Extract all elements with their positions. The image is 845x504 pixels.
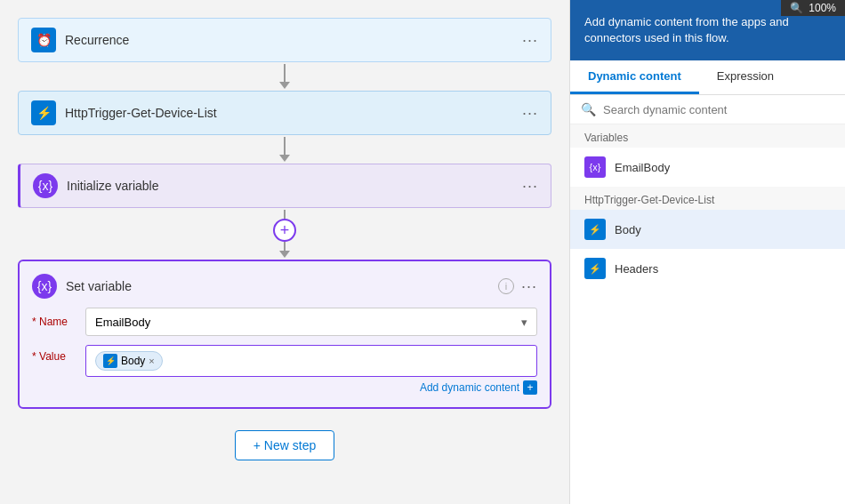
- set-variable-step: {x} Set variable i ··· Name EmailBody ▾ …: [18, 260, 551, 409]
- add-between-steps[interactable]: +: [273, 219, 296, 242]
- add-dynamic-content[interactable]: Add dynamic content +: [420, 380, 537, 395]
- name-dropdown-arrow: ▾: [521, 316, 527, 329]
- recurrence-step[interactable]: ⏰ Recurrence ···: [18, 18, 551, 62]
- panel-header-text: Add dynamic content from the apps and co…: [584, 15, 789, 44]
- body-tag-label: Body: [121, 355, 145, 367]
- name-input[interactable]: EmailBody ▾: [85, 308, 537, 336]
- set-variable-title: Set variable: [66, 279, 498, 293]
- initialize-title: Initialize variable: [67, 179, 522, 193]
- headers-item-icon: ⚡: [584, 258, 606, 279]
- value-input[interactable]: ⚡ Body ×: [85, 345, 537, 377]
- recurrence-title: Recurrence: [65, 33, 522, 47]
- search-container: 🔍: [570, 95, 845, 124]
- body-item[interactable]: ⚡ Body: [570, 210, 845, 249]
- initialize-variable-step[interactable]: {x} Initialize variable ···: [18, 164, 551, 208]
- http-trigger-menu[interactable]: ···: [522, 104, 538, 123]
- recurrence-menu[interactable]: ···: [522, 31, 538, 50]
- value-label: Value: [32, 345, 85, 363]
- connector-2: [279, 137, 290, 162]
- emailbody-icon: {x}: [584, 156, 606, 178]
- emailbody-label: EmailBody: [615, 161, 670, 174]
- set-variable-info[interactable]: i: [498, 278, 514, 294]
- body-tag-close[interactable]: ×: [149, 356, 154, 366]
- initialize-icon: {x}: [33, 173, 58, 198]
- http-trigger-title: HttpTrigger-Get-Device-List: [65, 106, 522, 120]
- new-step-label: + New step: [254, 438, 316, 452]
- search-dynamic-input[interactable]: [603, 103, 834, 116]
- add-dynamic-plus-icon: +: [523, 380, 537, 395]
- search-icon-top: 🔍: [790, 2, 803, 14]
- recurrence-icon: ⏰: [31, 28, 56, 52]
- emailbody-item[interactable]: {x} EmailBody: [570, 148, 845, 187]
- new-step-button[interactable]: + New step: [235, 430, 334, 460]
- tab-expression[interactable]: Expression: [699, 60, 792, 94]
- variables-section-title: Variables: [570, 124, 845, 148]
- flow-canvas: ⏰ Recurrence ··· ⚡ HttpTrigger-Get-Devic…: [0, 0, 569, 504]
- search-icon: 🔍: [581, 102, 596, 116]
- set-variable-icon: {x}: [32, 274, 57, 299]
- body-item-icon: ⚡: [584, 219, 606, 240]
- headers-item[interactable]: ⚡ Headers: [570, 249, 845, 288]
- zoom-level: 100%: [809, 2, 836, 14]
- http-trigger-step[interactable]: ⚡ HttpTrigger-Get-Device-List ···: [18, 91, 551, 135]
- plus-connector: +: [273, 210, 296, 258]
- dynamic-content-panel: Add dynamic content from the apps and co…: [569, 0, 845, 504]
- top-bar: 🔍 100%: [781, 0, 845, 16]
- body-item-label: Body: [615, 223, 641, 236]
- name-value: EmailBody: [95, 316, 150, 329]
- add-dynamic-label: Add dynamic content: [420, 381, 519, 394]
- connector-1: [279, 64, 290, 89]
- tab-dynamic-content[interactable]: Dynamic content: [570, 60, 699, 94]
- http-trigger-icon: ⚡: [31, 100, 56, 125]
- body-tag-icon: ⚡: [103, 354, 117, 368]
- initialize-menu[interactable]: ···: [522, 177, 538, 196]
- headers-item-label: Headers: [615, 262, 658, 276]
- body-tag: ⚡ Body ×: [95, 351, 163, 371]
- name-label: Name: [32, 316, 85, 328]
- http-trigger-section-title: HttpTrigger-Get-Device-List: [570, 187, 845, 210]
- set-variable-menu[interactable]: ···: [521, 277, 537, 296]
- panel-tabs: Dynamic content Expression: [570, 60, 845, 95]
